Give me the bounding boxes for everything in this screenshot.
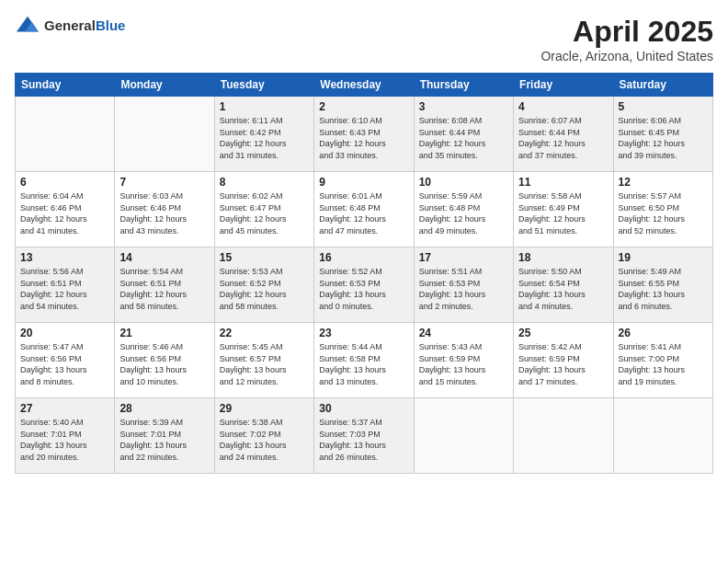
day-info: Sunrise: 5:41 AM Sunset: 7:00 PM Dayligh… (619, 341, 708, 387)
header-thursday: Thursday (414, 74, 513, 97)
table-row: 29Sunrise: 5:38 AM Sunset: 7:02 PM Dayli… (214, 398, 313, 474)
logo-general: General (44, 17, 96, 33)
table-row: 2Sunrise: 6:10 AM Sunset: 6:43 PM Daylig… (314, 97, 414, 172)
table-row: 3Sunrise: 6:08 AM Sunset: 6:44 PM Daylig… (414, 97, 513, 172)
day-info: Sunrise: 6:07 AM Sunset: 6:44 PM Dayligh… (518, 115, 608, 161)
day-number: 6 (20, 176, 109, 189)
day-info: Sunrise: 6:04 AM Sunset: 6:46 PM Dayligh… (20, 190, 109, 236)
table-row: 17Sunrise: 5:51 AM Sunset: 6:53 PM Dayli… (414, 247, 513, 323)
day-number: 14 (119, 251, 209, 264)
calendar-week-row: 27Sunrise: 5:40 AM Sunset: 7:01 PM Dayli… (16, 398, 713, 474)
calendar-week-row: 13Sunrise: 5:56 AM Sunset: 6:51 PM Dayli… (16, 247, 713, 323)
day-number: 24 (419, 327, 508, 339)
day-info: Sunrise: 5:43 AM Sunset: 6:59 PM Dayligh… (419, 341, 508, 387)
calendar-week-row: 20Sunrise: 5:47 AM Sunset: 6:56 PM Dayli… (16, 323, 713, 398)
table-row: 6Sunrise: 6:04 AM Sunset: 6:46 PM Daylig… (16, 172, 115, 247)
day-info: Sunrise: 5:46 AM Sunset: 6:56 PM Dayligh… (119, 341, 209, 387)
table-row: 28Sunrise: 5:39 AM Sunset: 7:01 PM Dayli… (115, 398, 214, 474)
day-number: 23 (319, 327, 408, 339)
table-row: 27Sunrise: 5:40 AM Sunset: 7:01 PM Dayli… (16, 398, 115, 474)
day-info: Sunrise: 5:54 AM Sunset: 6:51 PM Dayligh… (119, 266, 209, 312)
day-number: 25 (518, 327, 608, 339)
table-row: 4Sunrise: 6:07 AM Sunset: 6:44 PM Daylig… (514, 97, 613, 172)
day-number: 29 (220, 402, 309, 415)
day-number: 1 (220, 100, 309, 113)
logo-blue: Blue (96, 17, 126, 33)
day-number: 27 (20, 402, 109, 415)
day-info: Sunrise: 5:44 AM Sunset: 6:58 PM Dayligh… (319, 341, 408, 387)
day-info: Sunrise: 5:38 AM Sunset: 7:02 PM Dayligh… (220, 417, 309, 463)
day-number: 17 (419, 251, 508, 264)
day-info: Sunrise: 5:45 AM Sunset: 6:57 PM Dayligh… (220, 341, 309, 387)
table-row: 14Sunrise: 5:54 AM Sunset: 6:51 PM Dayli… (115, 247, 214, 323)
calendar-week-row: 1Sunrise: 6:11 AM Sunset: 6:42 PM Daylig… (16, 97, 713, 172)
day-info: Sunrise: 5:37 AM Sunset: 7:03 PM Dayligh… (319, 417, 408, 463)
day-info: Sunrise: 6:08 AM Sunset: 6:44 PM Dayligh… (419, 115, 508, 161)
day-number: 9 (319, 176, 408, 189)
day-number: 21 (119, 327, 209, 339)
day-number: 18 (518, 251, 608, 264)
day-info: Sunrise: 5:50 AM Sunset: 6:54 PM Dayligh… (518, 266, 608, 312)
day-number: 15 (220, 251, 309, 264)
day-number: 20 (20, 327, 109, 339)
day-number: 7 (119, 176, 209, 189)
table-row (16, 97, 115, 172)
day-number: 30 (319, 402, 408, 415)
day-number: 26 (619, 327, 708, 339)
calendar-table: Sunday Monday Tuesday Wednesday Thursday… (15, 73, 713, 474)
logo-icon (15, 15, 40, 37)
day-number: 22 (220, 327, 309, 339)
table-row: 10Sunrise: 5:59 AM Sunset: 6:48 PM Dayli… (414, 172, 513, 247)
day-info: Sunrise: 5:47 AM Sunset: 6:56 PM Dayligh… (20, 341, 109, 387)
table-row: 22Sunrise: 5:45 AM Sunset: 6:57 PM Dayli… (214, 323, 313, 398)
table-row: 20Sunrise: 5:47 AM Sunset: 6:56 PM Dayli… (16, 323, 115, 398)
day-number: 11 (518, 176, 608, 189)
header-friday: Friday (514, 74, 613, 97)
day-info: Sunrise: 6:06 AM Sunset: 6:45 PM Dayligh… (619, 115, 708, 161)
table-row: 25Sunrise: 5:42 AM Sunset: 6:59 PM Dayli… (514, 323, 613, 398)
table-row: 5Sunrise: 6:06 AM Sunset: 6:45 PM Daylig… (613, 97, 712, 172)
day-info: Sunrise: 5:59 AM Sunset: 6:48 PM Dayligh… (419, 190, 508, 236)
day-info: Sunrise: 5:42 AM Sunset: 6:59 PM Dayligh… (518, 341, 608, 387)
day-number: 10 (419, 176, 508, 189)
table-row: 23Sunrise: 5:44 AM Sunset: 6:58 PM Dayli… (314, 323, 414, 398)
day-info: Sunrise: 5:58 AM Sunset: 6:49 PM Dayligh… (518, 190, 608, 236)
day-number: 13 (20, 251, 109, 264)
day-info: Sunrise: 6:11 AM Sunset: 6:42 PM Dayligh… (220, 115, 309, 161)
calendar-title: April 2025 (540, 15, 713, 49)
logo: GeneralBlue (15, 15, 125, 37)
day-info: Sunrise: 6:02 AM Sunset: 6:47 PM Dayligh… (220, 190, 309, 236)
day-number: 19 (619, 251, 708, 264)
table-row: 30Sunrise: 5:37 AM Sunset: 7:03 PM Dayli… (314, 398, 414, 474)
day-info: Sunrise: 6:01 AM Sunset: 6:48 PM Dayligh… (319, 190, 408, 236)
day-number: 3 (419, 100, 508, 113)
table-row (613, 398, 712, 474)
day-number: 28 (119, 402, 209, 415)
table-row: 12Sunrise: 5:57 AM Sunset: 6:50 PM Dayli… (613, 172, 712, 247)
day-info: Sunrise: 5:53 AM Sunset: 6:52 PM Dayligh… (220, 266, 309, 312)
table-row (115, 97, 214, 172)
table-row: 9Sunrise: 6:01 AM Sunset: 6:48 PM Daylig… (314, 172, 414, 247)
table-row (514, 398, 613, 474)
table-row: 8Sunrise: 6:02 AM Sunset: 6:47 PM Daylig… (214, 172, 313, 247)
table-row: 16Sunrise: 5:52 AM Sunset: 6:53 PM Dayli… (314, 247, 414, 323)
table-row (414, 398, 513, 474)
day-info: Sunrise: 5:40 AM Sunset: 7:01 PM Dayligh… (20, 417, 109, 463)
table-row: 11Sunrise: 5:58 AM Sunset: 6:49 PM Dayli… (514, 172, 613, 247)
header-saturday: Saturday (613, 74, 712, 97)
day-number: 5 (619, 100, 708, 113)
header-monday: Monday (115, 74, 214, 97)
day-number: 2 (319, 100, 408, 113)
header-sunday: Sunday (16, 74, 115, 97)
table-row: 21Sunrise: 5:46 AM Sunset: 6:56 PM Dayli… (115, 323, 214, 398)
day-info: Sunrise: 5:39 AM Sunset: 7:01 PM Dayligh… (119, 417, 209, 463)
header-tuesday: Tuesday (214, 74, 313, 97)
day-info: Sunrise: 5:57 AM Sunset: 6:50 PM Dayligh… (619, 190, 708, 236)
day-info: Sunrise: 5:49 AM Sunset: 6:55 PM Dayligh… (619, 266, 708, 312)
day-number: 16 (319, 251, 408, 264)
day-number: 4 (518, 100, 608, 113)
day-number: 12 (619, 176, 708, 189)
header-wednesday: Wednesday (314, 74, 414, 97)
day-info: Sunrise: 6:03 AM Sunset: 6:46 PM Dayligh… (119, 190, 209, 236)
table-row: 26Sunrise: 5:41 AM Sunset: 7:00 PM Dayli… (613, 323, 712, 398)
